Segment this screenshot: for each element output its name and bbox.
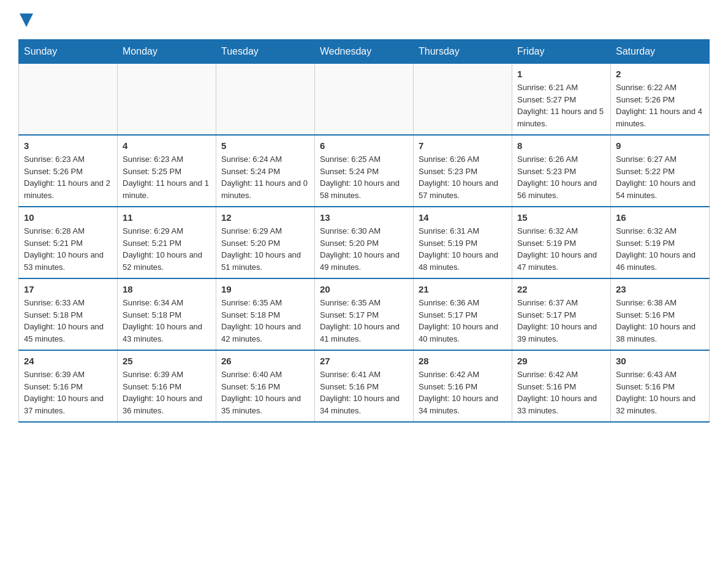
day-number: 9 (616, 140, 704, 151)
calendar-table: SundayMondayTuesdayWednesdayThursdayFrid… (18, 39, 710, 423)
day-number: 28 (419, 356, 507, 366)
week-row-2: 3Sunrise: 6:23 AM Sunset: 5:26 PM Daylig… (19, 135, 710, 207)
calendar-cell: 28Sunrise: 6:42 AM Sunset: 5:16 PM Dayli… (414, 350, 512, 422)
calendar-cell: 4Sunrise: 6:23 AM Sunset: 5:25 PM Daylig… (118, 135, 216, 207)
page-header (18, 12, 710, 27)
day-number: 14 (419, 212, 507, 223)
calendar-cell (216, 64, 315, 136)
day-info: Sunrise: 6:23 AM Sunset: 5:26 PM Dayligh… (24, 153, 112, 201)
calendar-cell (414, 64, 512, 136)
day-info: Sunrise: 6:38 AM Sunset: 5:16 PM Dayligh… (616, 297, 704, 345)
calendar-cell: 23Sunrise: 6:38 AM Sunset: 5:16 PM Dayli… (611, 278, 710, 350)
day-number: 30 (616, 356, 704, 366)
day-number: 29 (517, 356, 605, 366)
day-info: Sunrise: 6:21 AM Sunset: 5:27 PM Dayligh… (517, 82, 605, 129)
day-number: 5 (221, 140, 309, 151)
day-number: 20 (320, 284, 408, 294)
day-number: 11 (123, 212, 211, 223)
header-saturday: Saturday (611, 40, 710, 64)
calendar-header-row: SundayMondayTuesdayWednesdayThursdayFrid… (19, 40, 710, 64)
calendar-cell: 1Sunrise: 6:21 AM Sunset: 5:27 PM Daylig… (512, 64, 611, 136)
day-number: 24 (24, 356, 112, 366)
calendar-cell: 19Sunrise: 6:35 AM Sunset: 5:18 PM Dayli… (216, 278, 315, 350)
day-number: 18 (123, 284, 211, 294)
day-number: 25 (123, 356, 211, 366)
header-thursday: Thursday (414, 40, 512, 64)
calendar-cell: 22Sunrise: 6:37 AM Sunset: 5:17 PM Dayli… (512, 278, 611, 350)
calendar-cell: 10Sunrise: 6:28 AM Sunset: 5:21 PM Dayli… (19, 207, 118, 278)
day-info: Sunrise: 6:42 AM Sunset: 5:16 PM Dayligh… (419, 369, 507, 416)
day-info: Sunrise: 6:39 AM Sunset: 5:16 PM Dayligh… (24, 369, 112, 416)
calendar-cell: 20Sunrise: 6:35 AM Sunset: 5:17 PM Dayli… (315, 278, 414, 350)
logo-triangle-icon (20, 13, 33, 27)
calendar-cell: 21Sunrise: 6:36 AM Sunset: 5:17 PM Dayli… (414, 278, 512, 350)
day-number: 15 (517, 212, 605, 223)
day-number: 27 (320, 356, 408, 366)
week-row-1: 1Sunrise: 6:21 AM Sunset: 5:27 PM Daylig… (19, 64, 710, 136)
day-info: Sunrise: 6:26 AM Sunset: 5:23 PM Dayligh… (419, 153, 507, 201)
day-number: 22 (517, 284, 605, 294)
week-row-3: 10Sunrise: 6:28 AM Sunset: 5:21 PM Dayli… (19, 207, 710, 278)
day-info: Sunrise: 6:29 AM Sunset: 5:21 PM Dayligh… (123, 225, 211, 273)
day-info: Sunrise: 6:39 AM Sunset: 5:16 PM Dayligh… (123, 369, 211, 416)
calendar-cell: 14Sunrise: 6:31 AM Sunset: 5:19 PM Dayli… (414, 207, 512, 278)
day-number: 3 (24, 140, 112, 151)
day-number: 12 (221, 212, 309, 223)
calendar-cell: 8Sunrise: 6:26 AM Sunset: 5:23 PM Daylig… (512, 135, 611, 207)
day-info: Sunrise: 6:28 AM Sunset: 5:21 PM Dayligh… (24, 225, 112, 273)
day-info: Sunrise: 6:36 AM Sunset: 5:17 PM Dayligh… (419, 297, 507, 345)
day-info: Sunrise: 6:35 AM Sunset: 5:17 PM Dayligh… (320, 297, 408, 345)
day-info: Sunrise: 6:27 AM Sunset: 5:22 PM Dayligh… (616, 153, 704, 201)
day-info: Sunrise: 6:29 AM Sunset: 5:20 PM Dayligh… (221, 225, 309, 273)
calendar-cell: 26Sunrise: 6:40 AM Sunset: 5:16 PM Dayli… (216, 350, 315, 422)
calendar-cell (118, 64, 216, 136)
day-number: 21 (419, 284, 507, 294)
calendar-cell: 15Sunrise: 6:32 AM Sunset: 5:19 PM Dayli… (512, 207, 611, 278)
day-info: Sunrise: 6:32 AM Sunset: 5:19 PM Dayligh… (517, 225, 605, 273)
day-info: Sunrise: 6:26 AM Sunset: 5:23 PM Dayligh… (517, 153, 605, 201)
calendar-cell: 13Sunrise: 6:30 AM Sunset: 5:20 PM Dayli… (315, 207, 414, 278)
header-sunday: Sunday (19, 40, 118, 64)
header-wednesday: Wednesday (315, 40, 414, 64)
calendar-cell: 9Sunrise: 6:27 AM Sunset: 5:22 PM Daylig… (611, 135, 710, 207)
calendar-cell (315, 64, 414, 136)
logo (18, 12, 33, 27)
calendar-cell: 6Sunrise: 6:25 AM Sunset: 5:24 PM Daylig… (315, 135, 414, 207)
day-number: 10 (24, 212, 112, 223)
day-number: 1 (517, 69, 605, 79)
day-info: Sunrise: 6:41 AM Sunset: 5:16 PM Dayligh… (320, 369, 408, 416)
day-number: 2 (616, 69, 704, 79)
day-info: Sunrise: 6:35 AM Sunset: 5:18 PM Dayligh… (221, 297, 309, 345)
calendar-cell: 16Sunrise: 6:32 AM Sunset: 5:19 PM Dayli… (611, 207, 710, 278)
day-info: Sunrise: 6:42 AM Sunset: 5:16 PM Dayligh… (517, 369, 605, 416)
day-number: 8 (517, 140, 605, 151)
svg-marker-0 (20, 13, 33, 27)
calendar-cell: 18Sunrise: 6:34 AM Sunset: 5:18 PM Dayli… (118, 278, 216, 350)
day-number: 16 (616, 212, 704, 223)
day-info: Sunrise: 6:43 AM Sunset: 5:16 PM Dayligh… (616, 369, 704, 416)
calendar-cell: 27Sunrise: 6:41 AM Sunset: 5:16 PM Dayli… (315, 350, 414, 422)
day-number: 19 (221, 284, 309, 294)
day-number: 4 (123, 140, 211, 151)
calendar-cell: 3Sunrise: 6:23 AM Sunset: 5:26 PM Daylig… (19, 135, 118, 207)
day-info: Sunrise: 6:37 AM Sunset: 5:17 PM Dayligh… (517, 297, 605, 345)
day-info: Sunrise: 6:22 AM Sunset: 5:26 PM Dayligh… (616, 82, 704, 129)
day-info: Sunrise: 6:33 AM Sunset: 5:18 PM Dayligh… (24, 297, 112, 345)
day-number: 23 (616, 284, 704, 294)
day-number: 26 (221, 356, 309, 366)
calendar-cell (19, 64, 118, 136)
calendar-cell: 25Sunrise: 6:39 AM Sunset: 5:16 PM Dayli… (118, 350, 216, 422)
calendar-cell: 24Sunrise: 6:39 AM Sunset: 5:16 PM Dayli… (19, 350, 118, 422)
calendar-cell: 2Sunrise: 6:22 AM Sunset: 5:26 PM Daylig… (611, 64, 710, 136)
day-info: Sunrise: 6:32 AM Sunset: 5:19 PM Dayligh… (616, 225, 704, 273)
day-number: 13 (320, 212, 408, 223)
header-tuesday: Tuesday (216, 40, 315, 64)
week-row-4: 17Sunrise: 6:33 AM Sunset: 5:18 PM Dayli… (19, 278, 710, 350)
day-info: Sunrise: 6:25 AM Sunset: 5:24 PM Dayligh… (320, 153, 408, 201)
calendar-cell: 17Sunrise: 6:33 AM Sunset: 5:18 PM Dayli… (19, 278, 118, 350)
day-info: Sunrise: 6:23 AM Sunset: 5:25 PM Dayligh… (123, 153, 211, 201)
day-info: Sunrise: 6:24 AM Sunset: 5:24 PM Dayligh… (221, 153, 309, 201)
day-info: Sunrise: 6:40 AM Sunset: 5:16 PM Dayligh… (221, 369, 309, 416)
day-info: Sunrise: 6:34 AM Sunset: 5:18 PM Dayligh… (123, 297, 211, 345)
header-monday: Monday (118, 40, 216, 64)
